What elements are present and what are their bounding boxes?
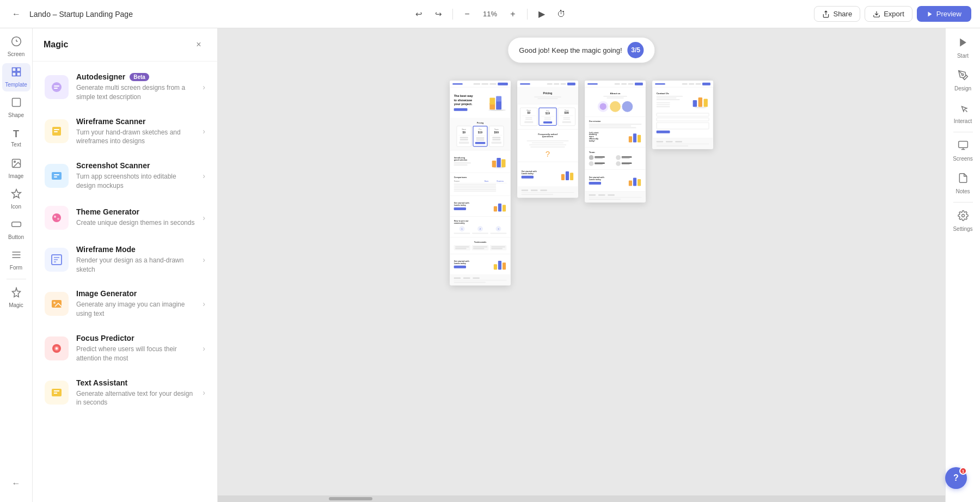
magic-item-theme-generator[interactable]: Theme Generator Create unique design the… [39, 199, 211, 236]
zoom-out-button[interactable]: − [460, 7, 475, 22]
canvas-area[interactable]: Good job! Keep the magic going! 3/5 [218, 28, 945, 502]
svg-rect-46 [492, 160, 496, 167]
focus-predictor-icon [50, 342, 63, 355]
svg-rect-61 [638, 134, 641, 142]
export-button[interactable]: Export [865, 6, 912, 22]
zoom-minus-icon: − [464, 9, 469, 19]
sidebar-item-magic[interactable]: Magic [2, 284, 30, 312]
svg-rect-57 [566, 171, 569, 180]
svg-rect-58 [570, 173, 573, 180]
topbar-left: ← Lando – Startup Landing Page [9, 7, 405, 22]
text-icon: T [13, 128, 19, 140]
image-generator-icon-bg [45, 292, 69, 316]
sidebar-item-image[interactable]: Image [2, 155, 30, 183]
focus-predictor-desc: Predict where users will focus their att… [76, 345, 195, 363]
magic-item-focus-predictor[interactable]: Focus Predictor Predict where users will… [39, 327, 211, 370]
notification-text: Good job! Keep the magic going! [519, 46, 622, 54]
sidebar-item-text[interactable]: T Text [2, 124, 30, 152]
sidebar-item-button[interactable]: Button [2, 216, 30, 244]
icon-icon [11, 188, 22, 202]
sidebar-item-icon[interactable]: Icon [2, 185, 30, 213]
back-icon: ← [12, 9, 21, 19]
focus-predictor-content: Focus Predictor Predict where users will… [76, 334, 195, 363]
svg-rect-12 [11, 222, 21, 226]
magic-item-text-assistant[interactable]: Text Assistant Generate alternative text… [39, 372, 211, 414]
magic-icon [11, 287, 22, 301]
svg-rect-22 [52, 172, 62, 180]
image-generator-content: Image Generator Generate any image you c… [76, 289, 195, 319]
svg-rect-55 [503, 262, 506, 270]
svg-rect-65 [693, 100, 697, 106]
right-sidebar-item-notes[interactable]: Notes [948, 168, 978, 199]
right-separator-1 [953, 132, 973, 132]
magic-item-autodesigner[interactable]: Autodesigner Beta Generate multi screen … [39, 66, 211, 108]
timer-icon: ⏱ [557, 9, 566, 19]
image-generator-desc: Generate any image you can imagine using… [76, 300, 195, 319]
timer-button[interactable]: ⏱ [554, 7, 569, 22]
wireframe-scanner-desc: Turn your hand-drawn sketches and wirefr… [76, 128, 195, 146]
wireframe-mode-desc: Render your design as a hand-drawn sketc… [76, 256, 195, 274]
magic-panel: Magic × Autodesigner Beta Generate multi… [33, 28, 218, 502]
magic-item-wireframe-scanner[interactable]: Wireframe Scanner Turn your hand-drawn s… [39, 111, 211, 153]
preview-button[interactable]: Preview [917, 6, 971, 22]
screenshot-scanner-title: Screenshot Scanner [76, 161, 150, 170]
autodesigner-title: Autodesigner [76, 72, 125, 81]
share-icon [822, 10, 830, 18]
magic-item-screenshot-scanner[interactable]: Screenshot Scanner Turn app screenshots … [39, 155, 211, 197]
screens-icon [958, 140, 969, 154]
image-label: Image [9, 173, 24, 180]
sidebar-item-back[interactable]: ← [2, 469, 30, 498]
autodesigner-desc: Generate multi screen designs from a sim… [76, 83, 195, 102]
image-generator-arrow-icon: › [203, 299, 205, 308]
undo-button[interactable]: ↩ [411, 7, 426, 22]
screen-icon [11, 36, 22, 50]
sidebar-item-form[interactable]: Form [2, 246, 30, 274]
share-button[interactable]: Share [814, 6, 860, 22]
right-sidebar-item-interact[interactable]: Interact [948, 98, 978, 128]
svg-rect-5 [16, 68, 20, 72]
svg-rect-56 [561, 174, 565, 180]
svg-point-70 [961, 74, 963, 76]
shape-icon [11, 97, 22, 111]
right-sidebar-item-settings[interactable]: Settings [948, 206, 978, 236]
svg-marker-11 [11, 189, 21, 198]
help-badge: 1 [959, 467, 967, 475]
sidebar-item-shape[interactable]: Shape [2, 94, 30, 122]
screenshot-scanner-desc: Turn app screenshots into editable desig… [76, 172, 195, 191]
tools-sidebar: Screen Template Shape T Text Image [0, 28, 33, 502]
back-button[interactable]: ← [9, 7, 24, 22]
svg-point-75 [961, 215, 964, 217]
canvas-content[interactable]: The best wayto showcaseyour project. [218, 28, 945, 495]
svg-rect-64 [638, 179, 641, 186]
back-nav-icon: ← [12, 479, 21, 488]
notification-badge: 3/5 [628, 42, 644, 58]
wireframe-mode-arrow-icon: › [203, 255, 205, 264]
svg-rect-4 [12, 68, 16, 72]
right-sidebar-item-screens[interactable]: Screens [948, 136, 978, 166]
magic-item-image-generator[interactable]: Image Generator Generate any image you c… [39, 283, 211, 325]
magic-panel-close-button[interactable]: × [191, 37, 206, 52]
text-assistant-icon-bg [45, 381, 69, 405]
help-button[interactable]: ? 1 [945, 467, 967, 489]
sidebar-item-screen[interactable]: Screen [2, 33, 30, 61]
screenshot-scanner-icon-bg [45, 164, 69, 188]
svg-rect-24 [54, 176, 57, 177]
right-sidebar-item-start[interactable]: Start [948, 33, 978, 63]
play-button[interactable]: ▶ [534, 7, 549, 22]
main-layout: Screen Template Shape T Text Image [0, 28, 980, 502]
magic-item-wireframe-mode[interactable]: Wireframe Mode Render your design as a h… [39, 238, 211, 281]
scrollbar-thumb[interactable] [329, 497, 372, 500]
screens-label: Screens [953, 156, 973, 162]
canvas-scrollbar[interactable] [218, 495, 945, 502]
sidebar-item-template[interactable]: Template [2, 63, 30, 91]
svg-point-26 [54, 216, 56, 218]
svg-rect-23 [54, 174, 59, 175]
theme-generator-content: Theme Generator Create unique design the… [76, 207, 195, 228]
interact-label: Interact [954, 118, 972, 124]
right-sidebar: Start Design Interact Screens Notes [945, 28, 980, 502]
svg-point-33 [53, 302, 56, 304]
redo-button[interactable]: ↪ [431, 7, 446, 22]
zoom-in-button[interactable]: + [505, 7, 520, 22]
right-sidebar-item-design[interactable]: Design [948, 65, 978, 96]
autodesigner-icon-bg [45, 75, 69, 99]
